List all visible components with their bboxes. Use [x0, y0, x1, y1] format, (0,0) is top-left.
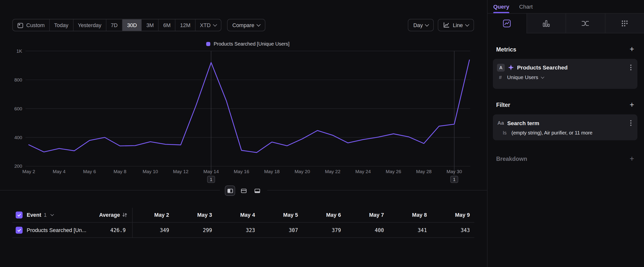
column-header[interactable]: May 5	[260, 212, 302, 218]
sidebar-tabs: Query Chart	[488, 0, 644, 14]
svg-text:800: 800	[14, 77, 22, 83]
table-header-row: Event 1 Average May 2 May 3 May 4 May 5 …	[12, 208, 474, 222]
metric-menu-button[interactable]	[629, 63, 632, 71]
filter-operator[interactable]: Is	[503, 130, 507, 136]
event-sparkle-icon	[508, 65, 514, 70]
column-header[interactable]: May 9	[432, 212, 474, 218]
chart-type-strip	[488, 14, 644, 33]
metric-letter-badge: A	[497, 64, 505, 71]
average-value: 426.9	[92, 227, 130, 233]
series-name-cell: Products Searched [Un...	[16, 226, 92, 233]
cell-value: 379	[302, 227, 346, 233]
svg-text:May 30: May 30	[446, 169, 462, 174]
line-chart[interactable]: 1K80060040020011May 2May 4May 6May 8May …	[0, 0, 487, 185]
insights-line-icon	[503, 19, 511, 27]
svg-text:May 14: May 14	[204, 169, 219, 174]
chevron-down-icon	[50, 212, 54, 216]
svg-text:May 12: May 12	[173, 169, 188, 174]
kebab-icon	[630, 64, 632, 71]
cell-value: 343	[432, 227, 474, 233]
metrics-section-header: Metrics +	[488, 45, 644, 54]
svg-text:May 28: May 28	[416, 169, 432, 174]
layout-chart-button[interactable]	[252, 185, 262, 196]
svg-text:May 10: May 10	[143, 169, 158, 174]
filter-heading: Filter	[496, 102, 510, 108]
average-label: Average	[99, 212, 120, 218]
breakdown-heading: Breakdown	[496, 155, 527, 162]
check-icon	[17, 228, 21, 232]
cell-value: 349	[130, 227, 174, 233]
svg-text:May 8: May 8	[114, 169, 126, 174]
svg-text:May 24: May 24	[356, 169, 371, 174]
query-sidebar: Query Chart	[487, 0, 644, 267]
select-all-checkbox[interactable]	[16, 212, 22, 218]
tab-line-chart[interactable]	[488, 14, 526, 33]
svg-text:May 2: May 2	[22, 169, 35, 174]
tab-flows-chart[interactable]	[566, 14, 605, 33]
tab-chart[interactable]: Chart	[519, 0, 532, 13]
column-header[interactable]: May 4	[216, 212, 260, 218]
filter-section-header: Filter +	[488, 101, 644, 109]
layout-chart-icon	[254, 188, 260, 193]
series-name: Products Searched [Un...	[27, 227, 86, 233]
bar-chart-icon	[542, 19, 550, 27]
row-checkbox[interactable]	[16, 226, 22, 233]
add-metric-button[interactable]: +	[630, 46, 634, 53]
svg-text:1: 1	[210, 177, 212, 182]
aggregation-label: Unique Users	[507, 74, 538, 80]
tab-bar-chart[interactable]	[526, 14, 566, 33]
check-icon	[17, 213, 21, 217]
svg-text:1K: 1K	[16, 49, 22, 54]
analytics-app: Custom Today Yesterday 7D 30D 3M 6M 12M …	[0, 0, 644, 267]
column-header[interactable]: May 6	[302, 212, 346, 218]
metric-aggregation-row: # Unique Users	[493, 72, 638, 85]
aggregation-selector[interactable]: Unique Users	[507, 74, 544, 80]
filter-value[interactable]: (empty string), Air purifier, or 11 more	[512, 130, 592, 136]
table-row[interactable]: Products Searched [Un... 426.9 349 299 3…	[12, 223, 474, 238]
cell-value: 341	[388, 227, 432, 233]
metric-card[interactable]: A Products Searched # Unique Users	[493, 59, 638, 89]
add-breakdown-button[interactable]: +	[630, 155, 634, 163]
tab-query[interactable]: Query	[493, 0, 509, 13]
chevron-down-icon	[541, 75, 544, 79]
sort-icon[interactable]	[122, 212, 128, 218]
kebab-icon	[630, 120, 632, 126]
layout-table-button[interactable]	[238, 185, 249, 196]
layout-split-icon	[227, 188, 233, 193]
svg-text:May 4: May 4	[53, 169, 66, 174]
view-toggle	[220, 185, 267, 196]
cell-value: 299	[174, 227, 217, 233]
svg-text:May 18: May 18	[264, 169, 280, 174]
tab-metric-chart[interactable]	[605, 14, 644, 33]
layout-split-button[interactable]	[225, 185, 235, 196]
metric-icon	[620, 19, 628, 27]
filter-card[interactable]: Aa Search term Is (empty string), Air pu…	[493, 114, 638, 140]
flows-icon	[581, 19, 590, 27]
column-header[interactable]: May 2	[130, 212, 174, 218]
average-header-cell[interactable]: Average	[92, 212, 130, 218]
svg-text:200: 200	[14, 164, 22, 169]
add-filter-button[interactable]: +	[630, 101, 634, 109]
svg-text:May 6: May 6	[83, 169, 96, 174]
cell-value: 400	[346, 227, 389, 233]
main-panel: Custom Today Yesterday 7D 30D 3M 6M 12M …	[0, 0, 487, 267]
svg-text:400: 400	[14, 135, 22, 140]
metric-name: Products Searched	[517, 64, 568, 71]
filter-condition-row: Is (empty string), Air purifier, or 11 m…	[493, 127, 638, 141]
svg-text:May 20: May 20	[294, 169, 310, 174]
event-header-cell[interactable]: Event 1	[16, 212, 92, 218]
svg-text:May 22: May 22	[325, 169, 340, 174]
event-label: Event	[27, 212, 41, 218]
column-header[interactable]: May 3	[174, 212, 217, 218]
metric-card-row: A Products Searched	[493, 59, 638, 72]
event-count: 1	[44, 212, 47, 218]
column-header[interactable]: May 8	[388, 212, 432, 218]
column-header[interactable]: May 7	[345, 212, 388, 218]
filter-menu-button[interactable]	[629, 119, 632, 127]
svg-text:1: 1	[453, 177, 456, 182]
svg-text:May 16: May 16	[234, 169, 249, 174]
svg-text:600: 600	[14, 106, 22, 111]
filter-property-name: Search term	[507, 120, 539, 126]
results-table: Event 1 Average May 2 May 3 May 4 May 5 …	[12, 208, 474, 238]
svg-text:May 26: May 26	[386, 169, 401, 174]
